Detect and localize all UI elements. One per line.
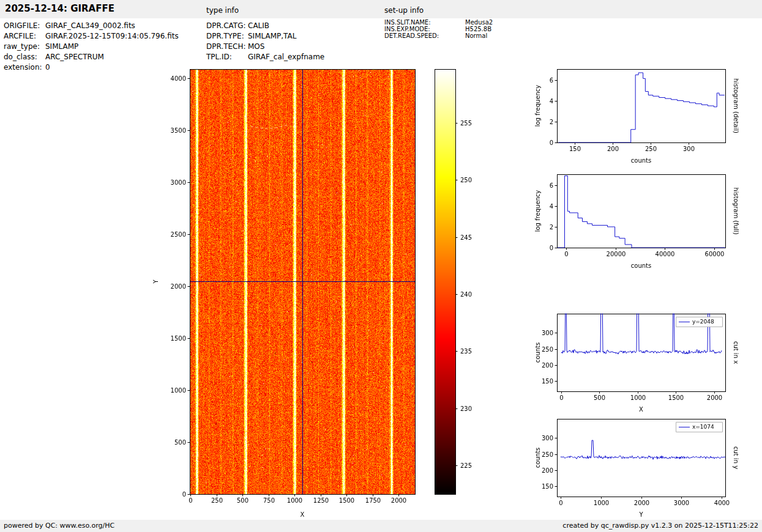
meta-row-read-speed: DET.READ.SPEED:Normal <box>384 32 493 39</box>
type-info-block: DPR.CATG:CALIB DPR.TYPE:SIMLAMP,TAL DPR.… <box>206 21 324 62</box>
histogram-detail-plot <box>526 64 762 171</box>
meta-value: MOS <box>248 42 264 51</box>
meta-label: extension: <box>4 62 45 73</box>
meta-row-exp-mode: INS.EXP.MODE:H525.8B <box>384 26 493 32</box>
page-title: 2025-12-14: GIRAFFE <box>5 3 114 14</box>
meta-value: H525.8B <box>465 26 491 32</box>
footer-bar: powered by QC: www.eso.org/HC created by… <box>0 520 762 532</box>
footer-left-text: powered by QC: www.eso.org/HC <box>4 522 114 530</box>
meta-row-dpr-catg: DPR.CATG:CALIB <box>206 21 324 31</box>
meta-row-dpr-type: DPR.TYPE:SIMLAMP,TAL <box>206 31 324 42</box>
cut-in-y-plot <box>526 414 762 525</box>
type-info-heading: type info <box>206 6 239 15</box>
meta-value: 0 <box>45 63 50 72</box>
footer-right-text: created by qc_rawdisp.py v1.2.3 on 2025-… <box>562 522 758 530</box>
meta-value: Normal <box>465 32 487 39</box>
setup-info-heading: set-up info <box>384 6 424 15</box>
meta-label: INS.EXP.MODE: <box>384 26 465 32</box>
meta-label: ARCFILE: <box>4 31 45 42</box>
meta-row-origfile: ORIGFILE:GIRAF_CAL349_0002.fits <box>4 21 179 31</box>
meta-value: CALIB <box>248 21 269 30</box>
meta-row-raw-type: raw_type:SIMLAMP <box>4 42 179 52</box>
meta-row-dpr-tech: DPR.TECH:MOS <box>206 42 324 52</box>
meta-label: ORIGFILE: <box>4 21 45 31</box>
meta-value: ARC_SPECTRUM <box>45 53 104 61</box>
meta-value: GIRAF_cal_expfname <box>248 53 324 61</box>
histogram-full-plot <box>526 169 762 276</box>
meta-row-arcfile: ARCFILE:GIRAF.2025-12-15T09:14:05.796.fi… <box>4 31 179 42</box>
meta-value: SIMLAMP,TAL <box>248 32 296 40</box>
meta-label: DPR.CATG: <box>206 21 248 31</box>
meta-value: SIMLAMP <box>45 42 78 51</box>
meta-label: DET.READ.SPEED: <box>384 32 465 39</box>
meta-value: Medusa2 <box>465 19 493 26</box>
meta-label: do_class: <box>4 52 45 62</box>
raw-image-plot <box>147 61 477 523</box>
meta-value: GIRAF.2025-12-15T09:14:05.796.fits <box>45 32 179 40</box>
setup-info-block: INS.SLIT.NAME:Medusa2 INS.EXP.MODE:H525.… <box>384 19 493 39</box>
meta-label: DPR.TECH: <box>206 42 248 52</box>
meta-label: raw_type: <box>4 42 45 52</box>
meta-value: GIRAF_CAL349_0002.fits <box>45 21 135 30</box>
meta-row-slit-name: INS.SLIT.NAME:Medusa2 <box>384 19 493 26</box>
meta-label: INS.SLIT.NAME: <box>384 19 465 26</box>
header-bar: 2025-12-14: GIRAFFE type info set-up inf… <box>0 0 762 18</box>
cut-in-x-plot <box>526 309 762 420</box>
meta-label: DPR.TYPE: <box>206 31 248 42</box>
giraffe-qc-report: 2025-12-14: GIRAFFE type info set-up inf… <box>0 0 762 532</box>
